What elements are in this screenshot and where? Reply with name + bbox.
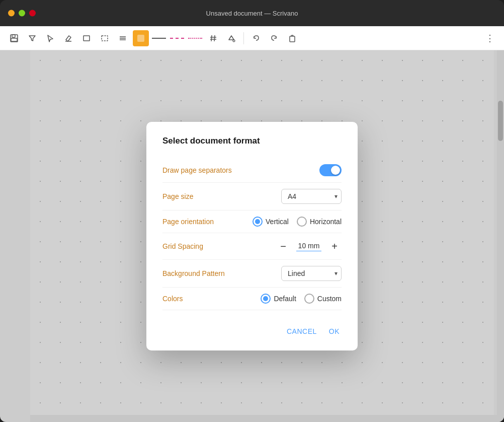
page-size-label: Page size [162,192,193,200]
maximize-button[interactable] [19,10,25,17]
background-pattern-label: Background Pattern [162,269,225,277]
grid-spacing-row: Grid Spacing − 10 mm + [162,233,342,260]
ok-button[interactable]: OK [327,324,342,338]
minimize-button[interactable] [8,10,15,17]
layers-icon[interactable] [115,30,131,46]
colors-row: Colors Default Custom [162,288,342,310]
orientation-horizontal-label: Horizontal [310,218,342,226]
canvas-area: Select document format Draw page separat… [0,50,504,422]
separators-toggle[interactable] [319,164,342,176]
dialog-title: Select document format [162,136,342,146]
cancel-button[interactable]: CANCEL [285,324,319,338]
pointer-icon[interactable] [42,30,58,46]
grid-spacing-increment-button[interactable]: + [327,239,342,253]
grid-spacing-decrement-button[interactable]: − [276,239,290,253]
svg-line-10 [211,35,212,41]
rect-select-icon[interactable] [97,30,113,46]
window-controls [8,10,36,17]
page-size-row: Page size A4 A3 A5 Letter Custom ▾ [162,183,342,210]
grid-spacing-stepper: − 10 mm + [276,239,342,253]
colors-custom-radio[interactable] [304,294,314,304]
page-size-select-wrapper: A4 A3 A5 Letter Custom ▾ [281,189,342,204]
save-icon[interactable] [6,30,22,46]
background-pattern-select-wrapper: Lined Dotted Graph None ▾ [281,266,342,281]
redo-icon[interactable] [266,30,282,46]
svg-rect-2 [11,38,17,41]
colors-label: Colors [162,295,183,303]
separators-row: Draw page separators [162,158,342,183]
close-button[interactable] [29,10,36,17]
toggle-knob [331,166,340,175]
svg-line-11 [214,35,215,41]
line-dashed-icon[interactable] [169,30,185,46]
page-orientation-label: Page orientation [162,218,214,226]
colors-group: Default Custom [261,294,342,304]
dialog: Select document format Draw page separat… [146,122,358,350]
rect-icon[interactable] [78,30,95,46]
svg-rect-9 [137,35,144,42]
more-icon[interactable]: ⋮ [482,30,498,46]
line-solid-icon[interactable] [151,30,167,46]
svg-rect-5 [102,36,108,41]
window-title: Unsaved document — Scrivano [206,10,298,17]
orientation-vertical-option[interactable]: Vertical [253,217,289,227]
page-orientation-group: Vertical Horizontal [253,217,342,227]
background-pattern-row: Background Pattern Lined Dotted Graph No… [162,260,342,288]
grid-spacing-label: Grid Spacing [162,242,203,250]
line-dotted-icon[interactable] [187,30,203,46]
orientation-horizontal-radio[interactable] [297,217,307,227]
colors-default-label: Default [274,295,296,303]
colors-default-radio[interactable] [261,294,271,304]
colors-default-option[interactable]: Default [261,294,296,304]
orientation-vertical-label: Vertical [266,218,289,226]
fill-bucket-icon[interactable] [223,30,239,46]
dialog-actions: CANCEL OK [162,320,342,338]
clipboard-icon[interactable] [284,30,300,46]
orientation-horizontal-option[interactable]: Horizontal [297,217,342,227]
colors-custom-option[interactable]: Custom [304,294,342,304]
svg-point-14 [233,40,235,42]
toolbar: ⋮ [0,26,504,50]
orientation-vertical-radio[interactable] [253,217,263,227]
colors-custom-label: Custom [317,295,342,303]
page-orientation-row: Page orientation Vertical Horizontal [162,210,342,233]
funnel-icon[interactable] [24,30,40,46]
svg-rect-15 [290,36,295,42]
hash-icon[interactable] [205,30,221,46]
toolbar-separator [243,32,244,44]
page-size-select[interactable]: A4 A3 A5 Letter Custom [281,189,342,204]
eraser-icon[interactable] [60,30,76,46]
titlebar: Unsaved document — Scrivano [0,0,504,26]
undo-icon[interactable] [248,30,264,46]
separators-label: Draw page separators [162,166,232,174]
color-swatch-icon[interactable] [133,30,149,46]
svg-rect-4 [83,36,90,41]
grid-spacing-value: 10 mm [296,242,321,251]
background-pattern-select[interactable]: Lined Dotted Graph None [281,266,342,281]
modal-overlay: Select document format Draw page separat… [0,50,504,422]
